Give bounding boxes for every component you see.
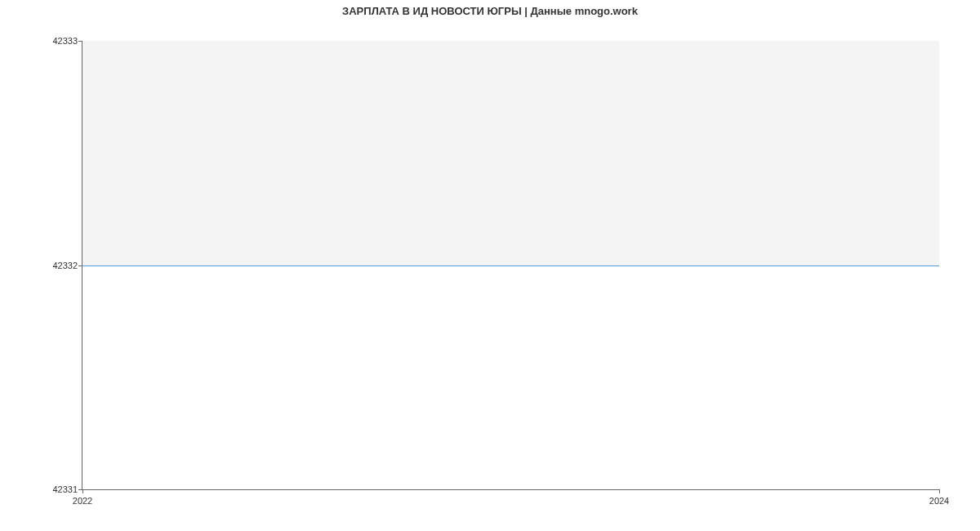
- data-line: [82, 266, 939, 266]
- plot-background: [82, 41, 939, 266]
- chart-plot: 42333 42332 42331 2022 2024: [82, 41, 939, 490]
- x-tick-label: 2024: [929, 489, 949, 506]
- plot-area: 42333 42332 42331 2022 2024: [82, 41, 939, 490]
- x-tick-label: 2022: [73, 489, 92, 506]
- y-tick-label: 42332: [52, 261, 82, 270]
- y-tick-label: 42333: [52, 36, 82, 46]
- chart-title: ЗАРПЛАТА В ИД НОВОСТИ ЮГРЫ | Данные mnog…: [0, 0, 980, 17]
